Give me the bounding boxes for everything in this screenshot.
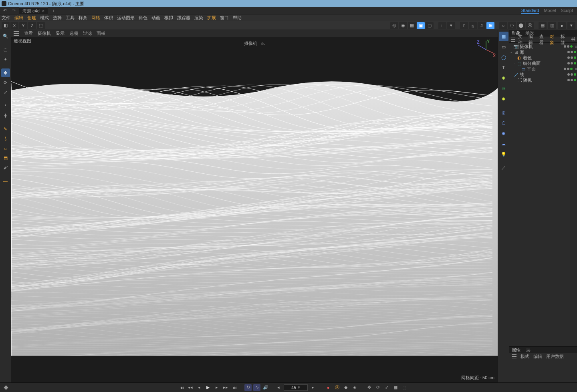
edge-mode-icon[interactable]: ⧫ — [1, 111, 10, 120]
attr-hamburger-icon[interactable] — [512, 354, 516, 358]
setup-icon[interactable]: ✦ — [1, 55, 10, 64]
obj-menu-bookmarks[interactable]: 书 — [571, 36, 575, 42]
field-icon[interactable]: ✹ — [499, 94, 508, 104]
picture-icon[interactable]: ▤ — [539, 22, 547, 29]
next-key-icon[interactable]: ▸▸ — [222, 384, 229, 391]
menu-mesh[interactable]: 网格 — [91, 15, 100, 21]
knife-icon[interactable]: — — [1, 177, 10, 185]
menu-tracker[interactable]: 跟踪器 — [177, 15, 190, 21]
material-icon[interactable]: ● — [558, 22, 566, 29]
attr-menu-userdata[interactable]: 用户数据 — [546, 354, 564, 360]
menu-render[interactable]: 渲染 — [194, 15, 203, 21]
scale-key-icon[interactable]: ⤢ — [383, 384, 390, 391]
view-menu-display[interactable]: 显示 — [56, 30, 65, 36]
bevel-icon[interactable]: ⬒ — [1, 153, 10, 162]
rotate-tool-icon[interactable]: ⟳ — [1, 78, 10, 87]
close-tab-icon[interactable]: × — [42, 8, 44, 13]
soft-select-icon[interactable]: ○ — [499, 22, 507, 29]
bulb-icon[interactable]: 💡 — [499, 149, 508, 159]
menu-edit[interactable]: 编辑 — [14, 15, 23, 21]
attr-menu-edit[interactable]: 编辑 — [533, 354, 542, 360]
world-icon[interactable]: ⊕ — [499, 129, 508, 138]
layout-standard[interactable]: Standard — [521, 8, 539, 14]
view-menu-view[interactable]: 查看 — [24, 30, 33, 36]
rot-key-icon[interactable]: ⟳ — [374, 384, 381, 391]
brush-icon[interactable]: 🖌 — [1, 163, 10, 172]
menu-select[interactable]: 选择 — [53, 15, 62, 21]
point-mode-icon[interactable]: ⋮ — [1, 101, 10, 110]
view-menu-cameras[interactable]: 摄像机 — [38, 30, 51, 36]
menu-tools[interactable]: 工具 — [66, 15, 75, 21]
tree-row-随机[interactable]: ⛶随机 — [509, 77, 577, 83]
menu-character[interactable]: 角色 — [139, 15, 147, 21]
snap-edge-icon[interactable]: ⎌ — [469, 22, 477, 29]
tree-row-摄像机[interactable]: 📷摄像机 — [509, 44, 577, 49]
tab-attributes[interactable]: 属性 — [512, 347, 521, 353]
brush-sculpt-icon[interactable]: ／ — [499, 163, 508, 173]
thinking-particles-icon[interactable]: ▾ — [567, 22, 575, 29]
redo-history-icon[interactable]: ↷ — [10, 8, 17, 14]
stage-icon[interactable]: ⬡ — [499, 118, 508, 128]
pingpong-icon[interactable]: ∿ — [253, 384, 260, 391]
tree-row-着色[interactable]: ◐着色 — [509, 55, 577, 60]
menu-mograph[interactable]: 运动图形 — [117, 15, 135, 21]
spline-pen-icon[interactable]: ✎ — [1, 125, 10, 133]
layout-sculpt[interactable]: Sculpt — [561, 8, 573, 14]
tree-row-平面[interactable]: ▭平面 — [509, 66, 577, 72]
snap-toggle-icon[interactable]: ⊞ — [486, 22, 494, 29]
view-menu-panel[interactable]: 面板 — [97, 30, 105, 36]
keyframe-icon[interactable]: ◆ — [342, 384, 349, 391]
cube-primitive-icon[interactable]: ▦ — [499, 32, 508, 41]
scale-tool-icon[interactable]: ⤢ — [1, 88, 10, 96]
snap-grid-icon[interactable]: # — [478, 22, 486, 29]
lock-axis-icon[interactable]: ◧ — [2, 22, 10, 29]
goto-start-icon[interactable]: ⏮ — [178, 384, 185, 391]
viewport-3d[interactable]: 透视视图 摄像机 ⎚▾ — [11, 37, 498, 382]
timeline-icon[interactable]: ▥ — [548, 22, 556, 29]
menu-file[interactable]: 文件 — [2, 15, 10, 21]
tag-phong-icon[interactable] — [575, 68, 577, 70]
tree-row-细分曲面[interactable]: -⬚细分曲面 — [509, 60, 577, 66]
light-icon[interactable]: ✺ — [499, 73, 508, 83]
viewport-camera-selector[interactable]: 摄像机 ⎚▾ — [244, 40, 265, 46]
timeline-diamond-icon[interactable] — [2, 384, 10, 391]
tree-expand-icon[interactable]: - — [509, 50, 513, 54]
layout-model[interactable]: Model — [544, 8, 556, 14]
symmetry-icon[interactable]: ⬤ — [517, 22, 525, 29]
play-icon[interactable]: ▶ — [204, 384, 212, 391]
axis-gizmo[interactable]: Y X Z — [476, 40, 496, 60]
spline-arc-icon[interactable]: ⟆ — [1, 134, 10, 143]
modeling-axis-icon[interactable]: Ⓐ — [526, 22, 534, 29]
render-queue-icon[interactable]: ▦ — [408, 22, 416, 29]
menu-help[interactable]: 帮助 — [233, 15, 242, 21]
axis-z-toggle[interactable]: Z — [28, 22, 36, 29]
hamburger-icon[interactable] — [14, 31, 19, 36]
tree-row-海[interactable]: -⊞海 — [509, 49, 577, 55]
extrude-icon[interactable]: ▱ — [1, 144, 10, 153]
axis-y-toggle[interactable]: Y — [19, 22, 27, 29]
tag-target-icon[interactable] — [575, 46, 577, 48]
plane-primitive-icon[interactable]: ▭ — [499, 42, 508, 52]
camera-icon[interactable]: ◎ — [499, 108, 508, 117]
view-menu-filter[interactable]: 过滤 — [83, 30, 92, 36]
next-frame-icon[interactable]: ▸ — [213, 384, 220, 391]
view-menu-options[interactable]: 选项 — [69, 30, 78, 36]
camera-dropdown-icon[interactable]: ⎚▾ — [261, 42, 265, 46]
text-icon[interactable]: T — [499, 63, 508, 72]
obj-hamburger-icon[interactable] — [511, 38, 515, 42]
pos-key-icon[interactable]: ✥ — [365, 384, 373, 391]
visibility-dots[interactable] — [567, 56, 576, 59]
undo-history-icon[interactable]: ↶ — [2, 8, 8, 14]
sound-icon[interactable]: 🔊 — [262, 384, 269, 391]
tab-layers[interactable]: 层 — [526, 347, 531, 353]
menu-mode[interactable]: 模式 — [40, 15, 49, 21]
keyframe-settings-icon[interactable]: ◈ — [351, 384, 358, 391]
autokey-icon[interactable]: Ⓐ — [333, 384, 341, 391]
live-select-icon[interactable]: ◌ — [1, 45, 10, 54]
visibility-dots[interactable] — [567, 73, 576, 76]
loop-icon[interactable]: ↻ — [244, 384, 252, 391]
frame-next-icon[interactable]: ▸ — [309, 384, 317, 391]
search-icon[interactable]: 🔍 — [1, 32, 10, 40]
new-tab-icon[interactable]: + — [50, 8, 56, 14]
coord-system-icon[interactable]: ⬚ — [37, 22, 45, 29]
